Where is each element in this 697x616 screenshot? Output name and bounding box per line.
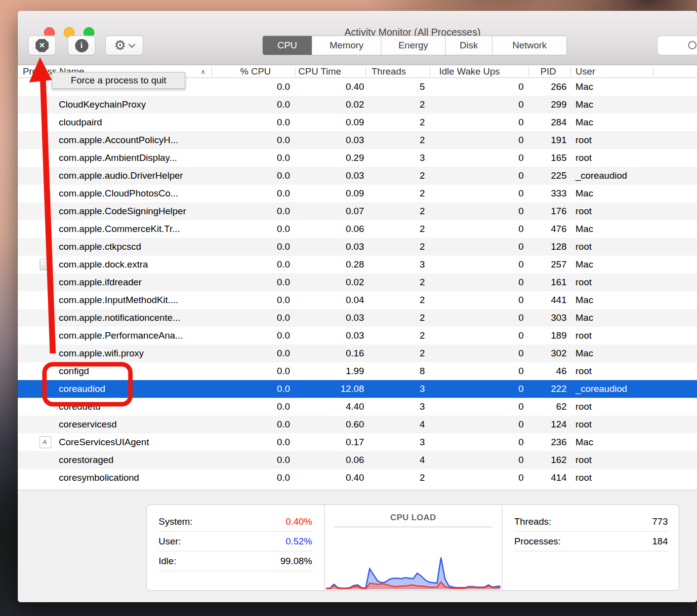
table-row[interactable]: com.apple.ifdreader0.00.0220161root [18, 273, 697, 291]
table-row[interactable]: com.apple.CommerceKit.Tr...0.00.0620476M… [18, 220, 697, 238]
column-header-pid[interactable]: PID [540, 65, 556, 78]
cell-idle-wake-ups: 0 [518, 416, 524, 433]
cell-threads: 3 [419, 398, 425, 416]
cell-threads: 2 [419, 96, 425, 114]
table-row[interactable]: coreservicesd0.00.6040124root [18, 416, 697, 433]
cell-user: root [575, 327, 592, 345]
tab-cpu[interactable]: CPU [263, 36, 312, 55]
cell-idle-wake-ups: 0 [518, 185, 524, 202]
actions-menu-button[interactable]: ⚙ [105, 36, 143, 55]
cell-pid: 62 [556, 398, 567, 416]
cell-cpu-time: 0.03 [346, 327, 364, 345]
application-icon [40, 436, 51, 448]
cell-cpu-percent: 0.0 [277, 220, 290, 238]
table-row[interactable]: com.apple.AmbientDisplay...0.00.2930165r… [18, 149, 697, 167]
cell-idle-wake-ups: 0 [518, 433, 524, 451]
table-row[interactable]: com.apple.InputMethodKit....0.00.0420441… [18, 291, 697, 309]
cpu-percent-pane: System: 0.40% User: 0.52% Idle: 99.08% [147, 505, 324, 590]
cell-cpu-time: 0.02 [346, 96, 364, 114]
tab-energy[interactable]: Energy [381, 36, 446, 55]
sort-ascending-icon: ∧ [201, 65, 205, 78]
tab-network[interactable]: Network [492, 36, 567, 55]
gear-icon: ⚙ [114, 39, 126, 52]
cell-pid: 124 [551, 416, 567, 433]
cell-pid: 257 [551, 256, 567, 273]
table-row[interactable]: coreduetd0.04.403062root [18, 398, 697, 416]
table-row[interactable]: configd0.01.998046root [18, 362, 697, 380]
force-quit-button[interactable]: ✕ [28, 36, 56, 55]
cell-user: _coreaudiod [575, 380, 627, 398]
table-row[interactable]: com.apple.dock.extra0.00.2830257Mac [18, 256, 697, 273]
table-row[interactable]: cloudpaird0.00.0920284Mac [18, 114, 697, 131]
cell-process-name: CoreServicesUIAgent [59, 433, 149, 451]
cell-threads: 3 [419, 256, 425, 273]
cell-user: Mac [575, 220, 593, 238]
cell-idle-wake-ups: 0 [518, 96, 524, 114]
cell-cpu-time: 1.99 [346, 362, 364, 380]
column-header-user[interactable]: User [575, 65, 595, 78]
cell-cpu-percent: 0.0 [277, 345, 290, 362]
cell-user: Mac [575, 185, 593, 202]
table-row[interactable]: com.apple.CloudPhotosCo...0.00.0920333Ma… [18, 185, 697, 202]
processes-value: 184 [652, 532, 668, 551]
column-header-idle-wake-ups[interactable]: Idle Wake Ups [439, 65, 500, 78]
cell-user: root [575, 238, 592, 256]
coreaudiod-row[interactable]: coreaudiod0.012.0830222_coreaudiod [18, 380, 697, 398]
cell-cpu-time: 0.09 [346, 185, 364, 202]
counts-pane: Threads: 773 Processes: 184 [502, 505, 680, 590]
table-row[interactable]: corestoraged0.00.0640162root [18, 451, 697, 469]
column-header-cpu[interactable]: % CPU [240, 65, 271, 78]
cell-pid: 284 [551, 114, 567, 131]
cell-idle-wake-ups: 0 [518, 469, 524, 487]
cell-threads: 2 [419, 345, 425, 362]
cell-pid: 161 [551, 273, 567, 291]
cell-user: root [575, 202, 592, 220]
table-row[interactable]: com.apple.audio.DriverHelper0.00.0320225… [18, 167, 697, 185]
cell-process-name: com.apple.ctkpcscd [59, 238, 141, 256]
column-header-threads[interactable]: Threads [371, 65, 406, 78]
cell-cpu-percent: 0.0 [277, 185, 290, 202]
cell-user: Mac [575, 309, 593, 327]
inspect-process-button[interactable]: i [68, 36, 95, 55]
table-row[interactable]: CoreServicesUIAgent0.00.1730236Mac [18, 433, 697, 451]
tab-memory[interactable]: Memory [312, 36, 381, 55]
cell-cpu-percent: 0.0 [277, 416, 290, 433]
table-row[interactable]: com.apple.wifi.proxy0.00.1620302Mac [18, 345, 697, 362]
cell-process-name: com.apple.InputMethodKit.... [59, 291, 178, 309]
cell-user: Mac [575, 291, 593, 309]
table-row[interactable]: com.apple.notificationcente...0.00.03203… [18, 309, 697, 327]
cell-process-name: com.apple.AmbientDisplay... [59, 149, 177, 167]
cell-process-name: configd [59, 362, 89, 380]
cell-cpu-percent: 0.0 [277, 380, 290, 398]
cell-cpu-time: 0.60 [346, 416, 364, 433]
table-row[interactable]: com.apple.PerformanceAna...0.00.0320189r… [18, 327, 697, 345]
search-input[interactable] [657, 36, 697, 55]
column-header-cpu-time[interactable]: CPU Time [298, 65, 341, 78]
idle-label: Idle: [159, 551, 176, 571]
cell-pid: 476 [551, 220, 567, 238]
cell-process-name: cloudpaird [59, 114, 102, 131]
table-row[interactable]: coresymbolicationd0.00.4020414root [18, 469, 697, 487]
tab-disk[interactable]: Disk [446, 36, 492, 55]
processes-label: Processes: [514, 532, 561, 551]
cell-user: Mac [575, 433, 593, 451]
cell-process-name: CloudKeychainProxy [59, 96, 146, 114]
table-row[interactable]: com.apple.ctkpcscd0.00.0320128root [18, 238, 697, 256]
cell-idle-wake-ups: 0 [518, 309, 524, 327]
force-quit-tooltip: Force a process to quit [52, 72, 185, 89]
table-row[interactable]: com.apple.AccountPolicyH...0.00.0320191r… [18, 131, 697, 149]
search-icon [688, 41, 697, 49]
cell-cpu-percent: 0.0 [277, 238, 290, 256]
titlebar[interactable]: Activity Monitor (All Processes) ✕ i ⚙ C… [18, 11, 697, 65]
table-row[interactable]: CloudKeychainProxy0.00.0220299Mac [18, 96, 697, 114]
view-tabs: CPUMemoryEnergyDiskNetwork [262, 36, 567, 55]
cell-idle-wake-ups: 0 [518, 273, 524, 291]
cpu-load-pane: CPU LOAD [325, 505, 502, 590]
table-row[interactable]: com.apple.CodeSigningHelper0.00.0720176r… [18, 202, 697, 220]
cell-cpu-time: 0.07 [346, 202, 364, 220]
cell-idle-wake-ups: 0 [518, 220, 524, 238]
cell-cpu-time: 0.03 [346, 238, 364, 256]
cell-threads: 3 [419, 149, 425, 167]
cell-cpu-percent: 0.0 [277, 469, 290, 487]
cell-cpu-percent: 0.0 [277, 291, 290, 309]
